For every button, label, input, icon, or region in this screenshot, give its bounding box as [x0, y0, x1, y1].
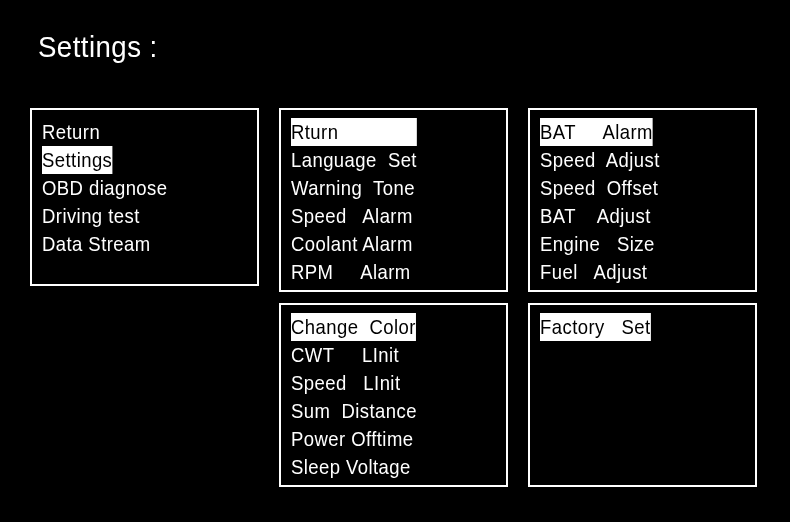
menu-item-fuel-adjust[interactable]: Fuel Adjust: [540, 258, 720, 286]
settings-panel-2: BAT Alarm Speed Adjust Speed Offset BAT …: [528, 108, 757, 292]
menu-item-speed-linit[interactable]: Speed LInit: [291, 369, 471, 397]
menu-item-warning-tone[interactable]: Warning Tone: [291, 174, 471, 202]
menu-item-rpm-alarm[interactable]: RPM Alarm: [291, 258, 471, 286]
menu-item-sum-distance[interactable]: Sum Distance: [291, 397, 471, 425]
menu-item-change-color[interactable]: Change Color: [291, 313, 416, 341]
menu-item-speed-offset[interactable]: Speed Offset: [540, 174, 720, 202]
menu-item-speed-alarm[interactable]: Speed Alarm: [291, 202, 471, 230]
main-menu-panel: Return Settings OBD diagnose Driving tes…: [30, 108, 259, 286]
menu-item-data-stream[interactable]: Data Stream: [42, 230, 222, 258]
menu-item-factory-set[interactable]: Factory Set: [540, 313, 650, 341]
menu-item-bat-alarm[interactable]: BAT Alarm: [540, 118, 653, 146]
menu-item-engine-size[interactable]: Engine Size: [540, 230, 720, 258]
menu-item-obd-diagnose[interactable]: OBD diagnose: [42, 174, 222, 202]
menu-item-coolant-alarm[interactable]: Coolant Alarm: [291, 230, 471, 258]
settings-panel-4: Factory Set: [528, 303, 757, 487]
settings-panel-1: Rturn Language Set Warning Tone Speed Al…: [279, 108, 508, 292]
menu-item-driving-test[interactable]: Driving test: [42, 202, 222, 230]
menu-item-power-offtime[interactable]: Power Offtime: [291, 425, 471, 453]
page-title: Settings :: [38, 30, 158, 64]
menu-item-settings[interactable]: Settings: [42, 146, 112, 174]
menu-item-bat-adjust[interactable]: BAT Adjust: [540, 202, 720, 230]
menu-item-sleep-voltage[interactable]: Sleep Voltage: [291, 453, 471, 481]
menu-item-rturn[interactable]: Rturn: [291, 118, 416, 146]
menu-item-return[interactable]: Return: [42, 118, 222, 146]
menu-item-language-set[interactable]: Language Set: [291, 146, 471, 174]
menu-item-speed-adjust[interactable]: Speed Adjust: [540, 146, 720, 174]
settings-panel-3: Change Color CWT LInit Speed LInit Sum D…: [279, 303, 508, 487]
menu-item-cwt-linit[interactable]: CWT LInit: [291, 341, 471, 369]
